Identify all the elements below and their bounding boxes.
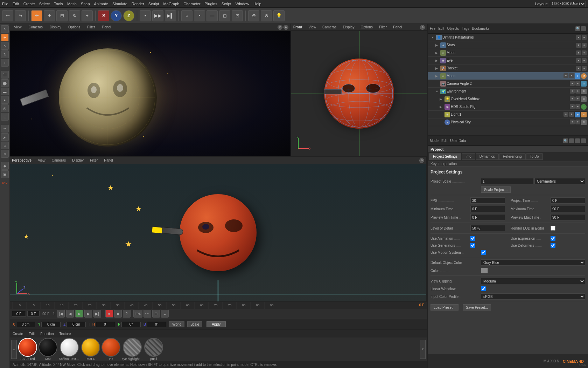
obj-tb-edit[interactable]: Edit: [438, 27, 444, 30]
tool-live-select[interactable]: ↖: [1, 25, 9, 33]
tool-magnet[interactable]: ⊃: [1, 142, 9, 149]
vp-menu-filter[interactable]: Filter: [85, 25, 97, 30]
obj-tag-btn-5[interactable]: T: [575, 73, 580, 79]
vp-render-btn[interactable]: ▶: [284, 25, 288, 30]
obj-render-btn-9[interactable]: ●: [575, 104, 580, 109]
y-sym-btn[interactable]: Y: [111, 10, 122, 21]
lod-input[interactable]: [470, 225, 505, 231]
use-motion-checkbox[interactable]: [481, 250, 486, 255]
x-sym-btn[interactable]: ✕: [98, 10, 109, 21]
z-input[interactable]: [66, 322, 86, 327]
project-time-input[interactable]: [551, 197, 585, 204]
obj-extra-btn-7[interactable]: ⊞: [581, 89, 587, 94]
obj-mode-btn[interactable]: ○: [181, 10, 192, 21]
menu-file[interactable]: File: [2, 2, 8, 6]
viewport-main[interactable]: View Cameras Display Options Filter Pane…: [10, 24, 291, 156]
color-swatch[interactable]: [481, 268, 488, 273]
obj-render-btn-1[interactable]: ●: [582, 43, 587, 48]
timeline-next-btn[interactable]: ▶: [84, 310, 92, 318]
use-anim-checkbox[interactable]: [470, 236, 475, 241]
obj-vis-btn-1[interactable]: ●: [576, 43, 581, 48]
obj-vis-btn-2[interactable]: ●: [576, 50, 581, 55]
menu-character[interactable]: Character: [183, 2, 200, 6]
use-gen-checkbox[interactable]: [470, 243, 475, 248]
vp-persp-panel[interactable]: Panel: [102, 158, 115, 163]
point-mode-btn[interactable]: •: [194, 10, 205, 21]
tab-info[interactable]: Info: [462, 153, 475, 160]
obj-search-icon[interactable]: 🔍: [575, 26, 580, 31]
tab-dynamics[interactable]: Dynamics: [476, 153, 499, 160]
obj-vis-btn-4[interactable]: ●: [576, 66, 581, 71]
tool-move[interactable]: ✛: [1, 34, 9, 41]
plus-btn[interactable]: +: [82, 10, 93, 21]
linear-workflow-checkbox[interactable]: [481, 286, 486, 291]
attrs-edit[interactable]: Edit: [441, 139, 447, 143]
track-btn[interactable]: ⊞: [152, 310, 160, 318]
obj-tag-10[interactable]: ◆: [575, 112, 580, 117]
menu-select[interactable]: Select: [39, 2, 50, 6]
tool-cone[interactable]: ▲: [1, 96, 9, 104]
tab-referencing[interactable]: Referencing: [499, 153, 526, 160]
vp-front-display[interactable]: Display: [341, 25, 357, 30]
obj-mat-10[interactable]: ●: [581, 112, 587, 117]
vp-front-cameras[interactable]: Cameras: [320, 25, 339, 30]
obj-vis-btn-7[interactable]: ●: [570, 89, 575, 94]
obj-camera[interactable]: 📷 Camera Angle 2 ● ● ⚙: [428, 80, 588, 88]
timeline-end-btn[interactable]: ▶|: [93, 310, 101, 318]
mat-tab-texture[interactable]: Texture: [59, 332, 71, 336]
motion-btn[interactable]: 〰: [144, 310, 151, 318]
redo-btn[interactable]: ↪: [15, 10, 26, 21]
viewport-perspective[interactable]: Perspective View Cameras Display Filter …: [10, 157, 427, 301]
menu-sculpt[interactable]: Sculpt: [148, 2, 159, 6]
menu-snap[interactable]: Snap: [81, 2, 90, 6]
attrs-lock-icon[interactable]: [575, 138, 580, 143]
vp-front-maximize[interactable]: ⊕: [420, 25, 425, 30]
tool-add[interactable]: +: [1, 59, 9, 67]
obj-moon2[interactable]: ▶ ○ Moon ● ● T M: [428, 72, 588, 80]
undo-btn[interactable]: ↩: [2, 10, 13, 21]
tab-project-settings[interactable]: Project Settings: [429, 153, 461, 160]
vp-front-options[interactable]: Options: [358, 25, 374, 30]
tool-sculpt[interactable]: ◆: [1, 162, 9, 170]
keyframe-btn[interactable]: ◆: [114, 310, 122, 318]
tool-sphere[interactable]: ⬤: [1, 79, 9, 87]
obj-vis-btn-5[interactable]: ●: [564, 73, 568, 78]
mat-item-6[interactable]: pupil: [144, 338, 163, 361]
scale-project-btn[interactable]: Scale Project...: [481, 186, 511, 193]
layer-btn[interactable]: ≡: [161, 310, 169, 318]
vp-front-view[interactable]: View: [307, 25, 318, 30]
obj-render-btn-4[interactable]: ●: [582, 66, 587, 71]
obj-check-9[interactable]: ✓: [581, 104, 587, 110]
scale-mode-btn[interactable]: Scale: [187, 321, 202, 327]
obj-tag-11[interactable]: ⊞: [581, 120, 587, 125]
x-input[interactable]: [16, 322, 35, 327]
timeline-preview-frame[interactable]: [27, 311, 40, 316]
obj-render-btn-3[interactable]: ●: [582, 58, 587, 63]
vp-menu-panel[interactable]: Panel: [100, 25, 113, 30]
use-expr-checkbox[interactable]: [551, 236, 555, 241]
vp-menu-options[interactable]: Options: [66, 25, 82, 30]
timeline-play-btn[interactable]: ▶: [75, 310, 83, 318]
layout-select[interactable]: 588×368 (User): [550, 1, 586, 7]
menu-animate[interactable]: Animate: [94, 2, 108, 6]
tab-todo[interactable]: To Do: [526, 153, 543, 160]
obj-settings-icon[interactable]: [581, 26, 586, 31]
timeline-start-btn[interactable]: |◀: [57, 310, 65, 318]
snap-btn[interactable]: ⊕: [248, 10, 259, 21]
menu-create[interactable]: Create: [23, 2, 35, 6]
mat-tab-edit[interactable]: Edit: [29, 332, 35, 336]
tool-brush[interactable]: 🖌: [1, 133, 9, 141]
obj-vis-btn-10[interactable]: ●: [564, 112, 568, 117]
obj-tb-bookmarks[interactable]: Bookmarks: [472, 27, 489, 30]
obj-rocket[interactable]: ▶ 🚀 Rocket ● ●: [428, 64, 588, 72]
scale-btn[interactable]: ⊞: [56, 10, 68, 21]
obj-environment[interactable]: ▼ 🌍 Environment ● ● ⊞: [428, 88, 588, 95]
vp-front-panel[interactable]: Panel: [391, 25, 404, 30]
axis-btn[interactable]: ⊗: [261, 10, 272, 21]
obj-stars[interactable]: ▶ ★ Stars ● ●: [428, 41, 588, 49]
viewport-front[interactable]: Front View Cameras Display Options Filte…: [291, 24, 427, 156]
tool-pen[interactable]: ✏: [1, 125, 9, 132]
tool-smooth[interactable]: ≋: [1, 150, 9, 158]
apply-btn[interactable]: Apply: [206, 321, 226, 327]
vp-menu-view[interactable]: View: [12, 25, 24, 30]
